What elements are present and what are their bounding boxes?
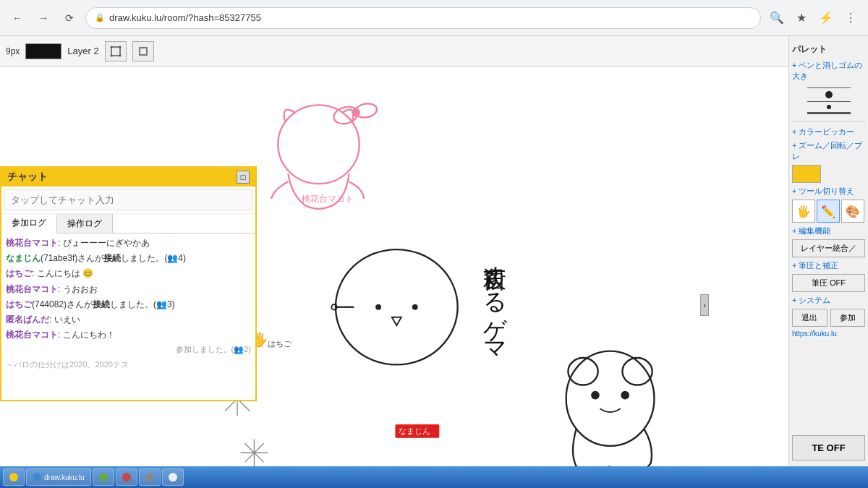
- taskbar-dot-blue: [33, 473, 41, 481]
- message-text: : こんにちわ！: [58, 330, 115, 340]
- taskbar-label-draw: draw.kuku.lu: [44, 474, 85, 481]
- svg-point-9: [352, 109, 359, 116]
- message-text: : いえい: [49, 314, 80, 325]
- taskbar-item-4[interactable]: [139, 468, 161, 486]
- message-text: ～パロの仕分けは2020。2020テス: [6, 360, 129, 369]
- tool-buttons: 🖐 ✏️ 🎨: [792, 200, 865, 223]
- svg-point-13: [413, 305, 417, 309]
- pen-thick-line: [807, 112, 851, 114]
- taskbar-item-3[interactable]: [116, 468, 137, 486]
- canvas-area: 9px Layer 2: [0, 36, 788, 466]
- list-item: ～パロの仕分けは2020。2020テス: [6, 358, 251, 372]
- pen-size-control: [792, 85, 865, 117]
- app-container: 9px Layer 2: [0, 36, 868, 466]
- chat-messages[interactable]: 桃花台マコト: ぴょーーーにぎやかあ なまじん(71abe3f)さんが接続しまし…: [1, 234, 255, 400]
- pen-line-2: [807, 101, 851, 102]
- message-text: (71abe3f)さんが接続しました。(👥4): [41, 253, 186, 263]
- taskbar-item-yellow[interactable]: [3, 468, 25, 486]
- extensions-icon[interactable]: ⚡: [816, 8, 836, 28]
- svg-point-21: [621, 392, 628, 398]
- pen-size-label: 9px: [6, 46, 20, 56]
- te-off-button[interactable]: TE OFF: [792, 435, 865, 461]
- chat-close-button[interactable]: □: [237, 171, 250, 184]
- pen-dot-large: [825, 91, 833, 98]
- svg-text:桃花台マコト: 桃花台マコト: [302, 194, 354, 204]
- tool-link[interactable]: + ツール切り替え: [792, 186, 865, 197]
- crop-button[interactable]: [132, 41, 154, 61]
- color-tool-button[interactable]: 🎨: [841, 200, 864, 223]
- list-item: はちご(744082)さんが接続しました。(👥3): [6, 298, 251, 312]
- tab-participation-log[interactable]: 参加ログ: [1, 214, 57, 234]
- taskbar-item-5[interactable]: [162, 468, 184, 486]
- chat-tabs: 参加ログ 操作ログ: [1, 214, 255, 234]
- exit-button[interactable]: 退出: [792, 309, 827, 327]
- palette-title: パレット: [792, 42, 865, 57]
- action-buttons: 退出 参加: [792, 309, 865, 327]
- pressure-link[interactable]: + 筆圧と補正: [792, 260, 865, 271]
- pressure-off-button[interactable]: 筆圧 OFF: [792, 274, 865, 292]
- pen-tool-button[interactable]: ✏️: [817, 200, 840, 223]
- toolbar: 9px Layer 2: [0, 36, 788, 67]
- svg-point-20: [592, 392, 598, 398]
- message-text: (744082)さんが接続しました。(👥3): [32, 299, 175, 309]
- svg-text:なまじん: なまじん: [399, 427, 430, 435]
- message-user: はちご: [6, 299, 32, 309]
- star-icon[interactable]: ★: [791, 8, 812, 28]
- tab-operation-log[interactable]: 操作ログ: [57, 214, 113, 233]
- kuku-link[interactable]: https://kuku.lu: [792, 330, 865, 338]
- chat-title: チャット: [7, 171, 48, 184]
- taskbar-item-draw[interactable]: draw.kuku.lu: [26, 468, 91, 486]
- message-user: 桃花台マコト: [6, 238, 58, 248]
- svg-point-6: [278, 105, 359, 184]
- svg-point-3: [110, 54, 112, 56]
- svg-point-2: [119, 46, 121, 48]
- list-item: はちご: こんにちは 😊: [6, 267, 251, 281]
- taskbar-item-2[interactable]: [93, 468, 114, 486]
- pen-thin-line: [807, 87, 851, 88]
- join-button[interactable]: 参加: [830, 309, 866, 327]
- edit-link[interactable]: + 編集機能: [792, 226, 865, 236]
- chat-panel: チャット □ 参加ログ 操作ログ 桃花台マコト: ぴょーーーにぎやかあ なまじん…: [0, 166, 257, 401]
- chat-input[interactable]: [4, 189, 252, 210]
- color-swatch[interactable]: [25, 43, 61, 59]
- message-user: 匿名ばんだ: [6, 314, 49, 325]
- list-item: 参加しました。(👥2): [6, 343, 251, 356]
- collapse-toggle[interactable]: ›: [700, 294, 709, 316]
- list-item: 匿名ばんだ: いえい: [6, 313, 251, 327]
- sidebar-divider-1: [792, 121, 865, 122]
- active-color-swatch[interactable]: [792, 165, 821, 183]
- svg-point-4: [119, 54, 121, 56]
- menu-icon[interactable]: ⋮: [841, 8, 861, 28]
- reload-button[interactable]: ⟳: [59, 8, 80, 28]
- chat-header: チャット □: [1, 168, 255, 187]
- message-text: : うおおお: [58, 284, 98, 294]
- taskbar-dot-gray: [145, 473, 154, 481]
- forward-button[interactable]: →: [33, 8, 54, 28]
- message-user: 桃花台マコト: [6, 330, 58, 340]
- pen-eraser-link[interactable]: + ペンと消しゴムの大き: [792, 60, 865, 82]
- list-item: 桃花台マコト: ぴょーーーにぎやかあ: [6, 236, 251, 250]
- layer-label: Layer 2: [67, 46, 98, 56]
- zoom-link[interactable]: + ズーム／回転／プレ: [792, 140, 865, 162]
- taskbar-dot-yellow: [9, 473, 18, 481]
- taskbar-dot-white: [169, 473, 177, 481]
- color-picker-link[interactable]: + カラーピッカー: [792, 127, 865, 137]
- svg-point-17: [566, 351, 655, 446]
- back-button[interactable]: ←: [7, 8, 27, 28]
- url-bar[interactable]: 🔒 draw.kuku.lu/room/?hash=85327755: [85, 7, 761, 29]
- system-link[interactable]: + システム: [792, 295, 865, 306]
- layer-merge-button[interactable]: レイヤー統合／: [792, 239, 865, 257]
- list-item: 桃花台マコト: こんにちわ！: [6, 328, 251, 342]
- browser-actions: 🔍 ★ ⚡ ⋮: [767, 8, 861, 28]
- taskbar: draw.kuku.lu: [0, 466, 868, 488]
- lock-icon: 🔒: [95, 13, 105, 22]
- taskbar-dot-green: [99, 473, 108, 481]
- list-item: なまじん(71abe3f)さんが接続しました。(👥4): [6, 252, 251, 265]
- hand-tool-button[interactable]: 🖐: [792, 200, 815, 223]
- svg-point-1: [110, 46, 112, 48]
- search-icon[interactable]: 🔍: [767, 8, 787, 28]
- transform-button[interactable]: [105, 41, 127, 61]
- url-text: draw.kuku.lu/room/?hash=85327755: [109, 12, 261, 23]
- message-user: なまじん: [6, 253, 41, 263]
- message-user: はちご: [6, 268, 32, 278]
